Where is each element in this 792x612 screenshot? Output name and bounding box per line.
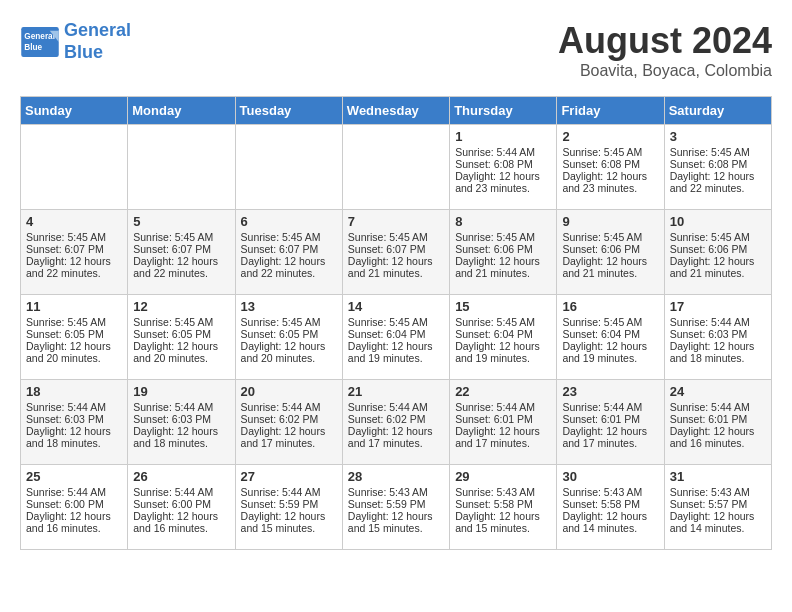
- calendar-cell: 19Sunrise: 5:44 AMSunset: 6:03 PMDayligh…: [128, 380, 235, 465]
- day-number: 18: [26, 384, 122, 399]
- calendar-cell: [342, 125, 449, 210]
- calendar-header-saturday: Saturday: [664, 97, 771, 125]
- day-info: Daylight: 12 hours: [670, 510, 766, 522]
- title-area: August 2024 Boavita, Boyaca, Colombia: [558, 20, 772, 80]
- day-number: 22: [455, 384, 551, 399]
- day-number: 20: [241, 384, 337, 399]
- day-info: Sunset: 6:08 PM: [455, 158, 551, 170]
- day-info: Sunrise: 5:45 AM: [562, 146, 658, 158]
- calendar-week-1: 1Sunrise: 5:44 AMSunset: 6:08 PMDaylight…: [21, 125, 772, 210]
- day-info: Daylight: 12 hours: [133, 255, 229, 267]
- calendar-cell: 30Sunrise: 5:43 AMSunset: 5:58 PMDayligh…: [557, 465, 664, 550]
- day-info: Sunset: 5:58 PM: [455, 498, 551, 510]
- day-info: Sunrise: 5:45 AM: [241, 231, 337, 243]
- day-number: 31: [670, 469, 766, 484]
- day-info: Sunrise: 5:44 AM: [133, 401, 229, 413]
- day-info: and 15 minutes.: [348, 522, 444, 534]
- day-number: 19: [133, 384, 229, 399]
- calendar-cell: 11Sunrise: 5:45 AMSunset: 6:05 PMDayligh…: [21, 295, 128, 380]
- day-info: Sunrise: 5:45 AM: [670, 231, 766, 243]
- day-info: Sunrise: 5:44 AM: [670, 401, 766, 413]
- day-info: Sunrise: 5:45 AM: [562, 231, 658, 243]
- day-info: Sunrise: 5:44 AM: [241, 486, 337, 498]
- day-info: and 17 minutes.: [241, 437, 337, 449]
- day-info: Sunset: 6:01 PM: [562, 413, 658, 425]
- subtitle: Boavita, Boyaca, Colombia: [558, 62, 772, 80]
- calendar-cell: 10Sunrise: 5:45 AMSunset: 6:06 PMDayligh…: [664, 210, 771, 295]
- day-info: Sunrise: 5:44 AM: [26, 486, 122, 498]
- day-info: Daylight: 12 hours: [670, 425, 766, 437]
- calendar-cell: 20Sunrise: 5:44 AMSunset: 6:02 PMDayligh…: [235, 380, 342, 465]
- day-info: Sunset: 6:06 PM: [670, 243, 766, 255]
- day-info: and 23 minutes.: [455, 182, 551, 194]
- day-number: 11: [26, 299, 122, 314]
- day-info: Daylight: 12 hours: [562, 510, 658, 522]
- calendar-cell: 31Sunrise: 5:43 AMSunset: 5:57 PMDayligh…: [664, 465, 771, 550]
- day-number: 12: [133, 299, 229, 314]
- calendar-cell: 18Sunrise: 5:44 AMSunset: 6:03 PMDayligh…: [21, 380, 128, 465]
- calendar-cell: 24Sunrise: 5:44 AMSunset: 6:01 PMDayligh…: [664, 380, 771, 465]
- day-info: Daylight: 12 hours: [133, 425, 229, 437]
- day-info: and 22 minutes.: [241, 267, 337, 279]
- day-info: Sunset: 6:02 PM: [348, 413, 444, 425]
- day-number: 17: [670, 299, 766, 314]
- day-info: Daylight: 12 hours: [26, 255, 122, 267]
- day-info: Daylight: 12 hours: [562, 255, 658, 267]
- day-info: Sunset: 6:04 PM: [348, 328, 444, 340]
- day-info: and 15 minutes.: [455, 522, 551, 534]
- svg-text:General: General: [24, 32, 55, 41]
- day-number: 26: [133, 469, 229, 484]
- day-info: Daylight: 12 hours: [670, 255, 766, 267]
- day-info: Sunset: 6:07 PM: [133, 243, 229, 255]
- day-info: Sunrise: 5:43 AM: [455, 486, 551, 498]
- logo-icon: General Blue: [20, 27, 60, 57]
- calendar-cell: 8Sunrise: 5:45 AMSunset: 6:06 PMDaylight…: [450, 210, 557, 295]
- day-info: Daylight: 12 hours: [455, 510, 551, 522]
- day-info: Sunrise: 5:45 AM: [26, 316, 122, 328]
- day-info: and 17 minutes.: [562, 437, 658, 449]
- calendar-cell: 26Sunrise: 5:44 AMSunset: 6:00 PMDayligh…: [128, 465, 235, 550]
- logo-text: General Blue: [64, 20, 131, 63]
- day-info: Sunrise: 5:44 AM: [133, 486, 229, 498]
- day-number: 21: [348, 384, 444, 399]
- day-info: Daylight: 12 hours: [348, 425, 444, 437]
- calendar-cell: 12Sunrise: 5:45 AMSunset: 6:05 PMDayligh…: [128, 295, 235, 380]
- day-number: 4: [26, 214, 122, 229]
- day-info: Sunrise: 5:45 AM: [455, 231, 551, 243]
- day-info: Daylight: 12 hours: [455, 170, 551, 182]
- day-info: Sunset: 6:05 PM: [26, 328, 122, 340]
- day-info: and 22 minutes.: [670, 182, 766, 194]
- day-info: and 19 minutes.: [562, 352, 658, 364]
- calendar-table: SundayMondayTuesdayWednesdayThursdayFrid…: [20, 96, 772, 550]
- day-info: Sunset: 6:04 PM: [562, 328, 658, 340]
- day-info: Sunset: 6:05 PM: [133, 328, 229, 340]
- calendar-cell: [21, 125, 128, 210]
- calendar-cell: 14Sunrise: 5:45 AMSunset: 6:04 PMDayligh…: [342, 295, 449, 380]
- day-info: Daylight: 12 hours: [670, 340, 766, 352]
- logo-line2: Blue: [64, 42, 103, 62]
- calendar-week-5: 25Sunrise: 5:44 AMSunset: 6:00 PMDayligh…: [21, 465, 772, 550]
- day-number: 1: [455, 129, 551, 144]
- calendar-cell: [235, 125, 342, 210]
- day-info: Sunrise: 5:45 AM: [348, 231, 444, 243]
- calendar-cell: 6Sunrise: 5:45 AMSunset: 6:07 PMDaylight…: [235, 210, 342, 295]
- day-info: Daylight: 12 hours: [562, 340, 658, 352]
- day-info: Daylight: 12 hours: [26, 425, 122, 437]
- day-info: Sunset: 6:06 PM: [562, 243, 658, 255]
- calendar-cell: 13Sunrise: 5:45 AMSunset: 6:05 PMDayligh…: [235, 295, 342, 380]
- day-info: Daylight: 12 hours: [562, 425, 658, 437]
- calendar-cell: 17Sunrise: 5:44 AMSunset: 6:03 PMDayligh…: [664, 295, 771, 380]
- day-info: Sunset: 5:59 PM: [241, 498, 337, 510]
- calendar-cell: 5Sunrise: 5:45 AMSunset: 6:07 PMDaylight…: [128, 210, 235, 295]
- day-info: and 18 minutes.: [670, 352, 766, 364]
- day-info: and 18 minutes.: [26, 437, 122, 449]
- day-info: and 21 minutes.: [348, 267, 444, 279]
- day-info: and 23 minutes.: [562, 182, 658, 194]
- day-info: Sunset: 6:07 PM: [26, 243, 122, 255]
- day-info: Daylight: 12 hours: [133, 340, 229, 352]
- day-info: Sunrise: 5:44 AM: [562, 401, 658, 413]
- day-info: Sunset: 6:08 PM: [562, 158, 658, 170]
- day-info: Daylight: 12 hours: [348, 510, 444, 522]
- day-info: and 14 minutes.: [562, 522, 658, 534]
- day-info: Daylight: 12 hours: [133, 510, 229, 522]
